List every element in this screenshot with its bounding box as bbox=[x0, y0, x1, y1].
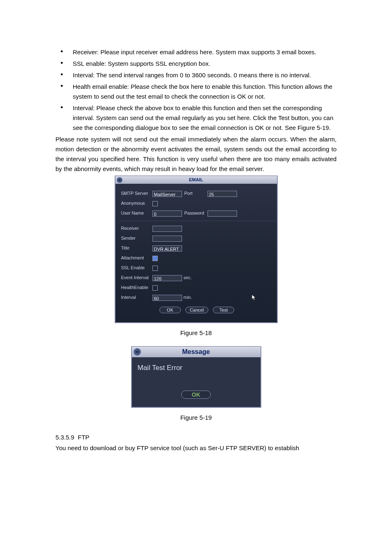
section-heading: 5.3.5.9 FTP bbox=[55, 432, 337, 442]
bullet-item: Receiver: Please input receiver email ad… bbox=[55, 47, 337, 57]
section-number: 5.3.5.9 bbox=[55, 432, 74, 442]
bullet-item: SSL enable: System supports SSL encrypti… bbox=[55, 59, 337, 69]
test-button[interactable]: Test bbox=[213, 307, 234, 313]
bullet-item: Health email enable: Please check the bo… bbox=[55, 82, 337, 102]
sender-input[interactable] bbox=[152, 236, 182, 242]
message-dialog-title: Message bbox=[132, 347, 261, 357]
figure-5-18-caption: Figure 5-18 bbox=[55, 328, 337, 338]
min-suffix: min. bbox=[184, 294, 192, 301]
port-label: Port bbox=[184, 190, 208, 197]
message-ok-button[interactable]: OK bbox=[181, 391, 211, 399]
title-label: Title bbox=[121, 245, 152, 252]
figure-5-19-caption: Figure 5-19 bbox=[55, 413, 337, 423]
evint-label: Event Interval bbox=[121, 274, 152, 282]
health-label: HealthEnable bbox=[121, 284, 152, 291]
sec-suffix: sec. bbox=[184, 274, 192, 282]
message-dialog: Message Mail Test Error OK bbox=[131, 346, 261, 408]
smtp-input[interactable]: MailServer bbox=[152, 191, 182, 197]
title-input[interactable]: DVR ALERT bbox=[152, 245, 182, 252]
interval-input[interactable]: 60 bbox=[152, 295, 182, 301]
cursor-icon bbox=[251, 294, 256, 301]
message-text: Mail Test Error bbox=[138, 362, 255, 373]
ssl-label: SSL Enable bbox=[121, 264, 152, 272]
separator bbox=[119, 221, 275, 221]
user-label: User Name bbox=[121, 210, 152, 217]
receiver-label: Receiver bbox=[121, 225, 152, 232]
health-checkbox[interactable] bbox=[152, 285, 158, 291]
email-dialog-titlebar: EMAIL bbox=[115, 176, 277, 184]
user-input[interactable]: 0 bbox=[152, 210, 182, 217]
pass-label: Password bbox=[184, 210, 208, 217]
receiver-input[interactable] bbox=[152, 226, 182, 232]
bullet-item: Interval: Please check the above box to … bbox=[55, 103, 337, 133]
message-dialog-titlebar: Message bbox=[132, 346, 261, 357]
attach-label: Attachment bbox=[121, 254, 152, 262]
email-dialog: EMAIL SMTP Server MailServer Port 25 Ano… bbox=[115, 176, 278, 323]
section-title: FTP bbox=[78, 434, 89, 441]
attach-checkbox[interactable] bbox=[152, 256, 158, 261]
section-body: You need to download or buy FTP service … bbox=[55, 443, 337, 453]
sender-label: Sender bbox=[121, 235, 152, 242]
smtp-label: SMTP Server bbox=[121, 190, 152, 197]
anon-label: Anonymous bbox=[121, 200, 152, 207]
anon-checkbox[interactable] bbox=[152, 201, 158, 206]
email-dialog-title: EMAIL bbox=[115, 176, 277, 184]
bullet-list: Receiver: Please input receiver email ad… bbox=[55, 47, 337, 133]
paragraph-note: Please note system will not send out the… bbox=[55, 134, 337, 174]
ok-button[interactable]: OK bbox=[159, 307, 181, 313]
bullet-item: Interval: The send interval ranges from … bbox=[55, 70, 337, 80]
evint-input[interactable]: 120 bbox=[152, 275, 182, 281]
port-input[interactable]: 25 bbox=[208, 191, 237, 197]
cancel-button[interactable]: Cancel bbox=[185, 307, 208, 313]
ssl-checkbox[interactable] bbox=[152, 266, 158, 271]
interval-label: Interval bbox=[121, 294, 152, 301]
pass-input[interactable] bbox=[208, 210, 237, 217]
